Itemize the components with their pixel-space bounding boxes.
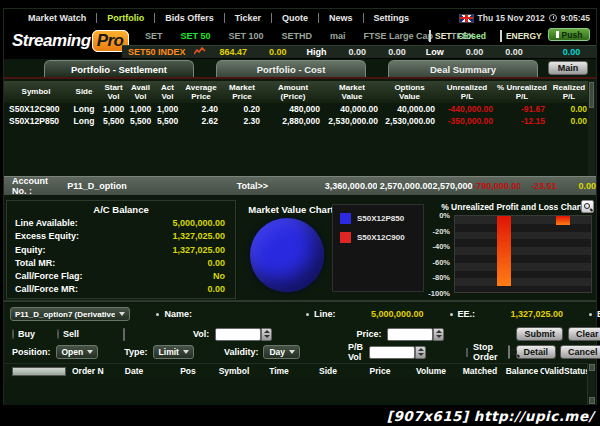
portfolio-header-cell[interactable]: Average Price xyxy=(181,81,221,103)
account-selector-dropdown[interactable]: P11_D_option7 (Derivative xyxy=(10,307,130,321)
price-input[interactable] xyxy=(387,328,433,341)
portfolio-row[interactable]: S50X12P850 Long 5,500 5,500 5,500 2.62 2… xyxy=(4,115,590,127)
scrollbar-thumb[interactable] xyxy=(589,82,594,108)
search-button[interactable] xyxy=(508,345,510,359)
orders-header-cell[interactable]: Valid xyxy=(544,366,564,376)
down-arrow-icon xyxy=(436,335,442,338)
market-value-pie-chart[interactable] xyxy=(250,218,324,292)
sell-radio[interactable] xyxy=(57,329,59,339)
clear-button[interactable]: Clear xyxy=(568,327,600,341)
uk-flag-icon[interactable] xyxy=(459,14,474,23)
orders-header-cell[interactable]: Date xyxy=(104,366,164,376)
name-info: Name: xyxy=(156,309,280,319)
chart-zoom-button[interactable] xyxy=(581,200,594,213)
view-tab[interactable]: Portfolio - Cost xyxy=(216,60,366,77)
pb-vol-spinner[interactable] xyxy=(415,346,426,359)
orders-header-cell[interactable]: Matched xyxy=(456,366,504,376)
portfolio-header-cell[interactable]: Options Value xyxy=(381,81,438,103)
portfolio-header-cell[interactable]: % Unrealized P/L xyxy=(496,81,548,103)
buy-radio[interactable] xyxy=(12,329,14,339)
market-tab[interactable]: SETHD xyxy=(273,31,322,41)
portfolio-header-cell[interactable]: Symbol xyxy=(4,81,68,103)
index-low-value1: 0.00 xyxy=(466,47,484,57)
orders-scrollbar[interactable] xyxy=(587,363,595,405)
portfolio-header-cell[interactable]: Realized P/L xyxy=(548,81,590,103)
menu-item[interactable]: Settings xyxy=(364,13,420,23)
menu-item[interactable]: Market Watch xyxy=(18,13,97,23)
view-tab[interactable]: Deal Summary xyxy=(388,60,538,77)
symbol-input[interactable] xyxy=(123,328,125,341)
orders-header-cell[interactable]: Symbol xyxy=(212,366,256,376)
orders-header: Order NoDatePosSymbolTimeSidePriceVolume… xyxy=(4,363,590,378)
detail-button[interactable]: Detail xyxy=(516,345,557,359)
portfolio-header-cell[interactable]: Market Value xyxy=(323,81,381,103)
position-dropdown[interactable]: Open xyxy=(56,345,99,359)
orders-header-cell[interactable]: Volume xyxy=(406,366,456,376)
menu-item[interactable]: News xyxy=(319,13,364,23)
order-entry: Buy Sell Vol: Price: Submit Clear xyxy=(4,324,596,362)
watermark-text: [907x615] http://upic.me/ xyxy=(387,408,594,424)
portfolio-header-cell[interactable]: Unrealized P/L xyxy=(438,81,496,103)
menu-item[interactable]: Ticker xyxy=(225,13,272,23)
portfolio-scrollbar[interactable] xyxy=(588,81,595,176)
validity-dropdown[interactable]: Day xyxy=(263,345,300,359)
cell-pct-unrealized-pl: -91.67 xyxy=(496,103,548,115)
menu-bar: Market Watch Portfolio Bids Offers Ticke… xyxy=(4,9,596,27)
balance-label: Call/Force Flag: xyxy=(15,271,83,281)
push-icon xyxy=(556,31,559,38)
orders-header-cell[interactable]: Side xyxy=(302,366,354,376)
portfolio-header-cell[interactable]: Avail Vol xyxy=(127,81,154,103)
account-info-row: P11_D_option7 (Derivative Name: Line: 5,… xyxy=(4,304,596,324)
portfolio-row[interactable]: S50X12C900 Long 1,000 1,000 1,000 2.40 0… xyxy=(4,103,590,115)
menu-item[interactable]: Bids Offers xyxy=(155,13,225,23)
legend-swatch xyxy=(340,232,351,243)
equity-info: Equity: 1,327,025.00 xyxy=(589,309,600,319)
portfolio-table: SymbolSideStart VolAvail VolAct VolAvera… xyxy=(4,81,590,127)
cell-symbol: S50X12P850 xyxy=(4,115,68,127)
index-name[interactable]: SET50 INDEX xyxy=(128,47,186,57)
orders-header-cell[interactable]: Balance xyxy=(504,366,540,376)
select-all-checkbox[interactable] xyxy=(12,367,66,376)
price-spinner[interactable] xyxy=(433,328,444,341)
submit-button[interactable]: Submit xyxy=(516,327,563,341)
stop-order-checkbox[interactable] xyxy=(466,348,468,357)
cell-realized-pl: 0.00 xyxy=(548,115,590,127)
scroll-up-arrow[interactable] xyxy=(589,364,595,371)
vol-input[interactable] xyxy=(215,328,261,341)
sparkline-icon[interactable] xyxy=(194,47,206,57)
scroll-down-arrow[interactable] xyxy=(589,397,595,404)
portfolio-header-cell[interactable]: Side xyxy=(68,81,100,103)
sell-label: Sell xyxy=(63,329,79,339)
name-label: Name: xyxy=(164,309,192,319)
price-label: Price: xyxy=(356,329,381,339)
cancel-button[interactable]: Cancel xyxy=(560,345,600,359)
menu-item[interactable]: Portfolio xyxy=(97,13,155,23)
validity-label: Validity: xyxy=(224,347,259,357)
view-tab[interactable]: Portfolio - Settlement xyxy=(44,60,194,77)
menu-item[interactable]: Quote xyxy=(272,13,319,23)
pb-vol-input[interactable] xyxy=(369,346,415,359)
portfolio-header-cell[interactable]: Start Vol xyxy=(100,81,127,103)
pie-legend: S50X12P850 S50X12C900 xyxy=(332,204,424,292)
vol-spinner[interactable] xyxy=(261,328,272,341)
vol-label: Vol: xyxy=(193,329,209,339)
main-button[interactable]: Main xyxy=(548,61,588,75)
cell-average-price: 2.62 xyxy=(181,115,221,127)
push-button[interactable]: Push xyxy=(548,28,590,41)
market-value-chart-title: Market Value Chart xyxy=(236,204,346,215)
orders-header-cell[interactable]: Price xyxy=(354,366,406,376)
balance-value: 1,327,025.00 xyxy=(172,245,225,255)
orders-header-cell[interactable]: Time xyxy=(256,366,302,376)
portfolio-header-cell[interactable]: Market Price xyxy=(221,81,263,103)
orders-header-cell[interactable]: Pos xyxy=(164,366,212,376)
market-tab[interactable]: SET xyxy=(136,31,172,41)
market-tab[interactable]: mai xyxy=(321,31,355,41)
portfolio-header-cell[interactable]: Amount (Price) xyxy=(263,81,323,103)
cell-start-vol: 1,000 xyxy=(100,103,127,115)
portfolio-header-cell[interactable]: Act Vol xyxy=(154,81,181,103)
pnl-chart-plot[interactable] xyxy=(454,215,592,293)
market-tab[interactable]: SET 50 xyxy=(172,31,220,41)
market-tab[interactable]: SET 100 xyxy=(220,31,273,41)
orders-header-cell[interactable]: Order No xyxy=(72,366,104,376)
type-dropdown[interactable]: Limit xyxy=(153,345,194,359)
